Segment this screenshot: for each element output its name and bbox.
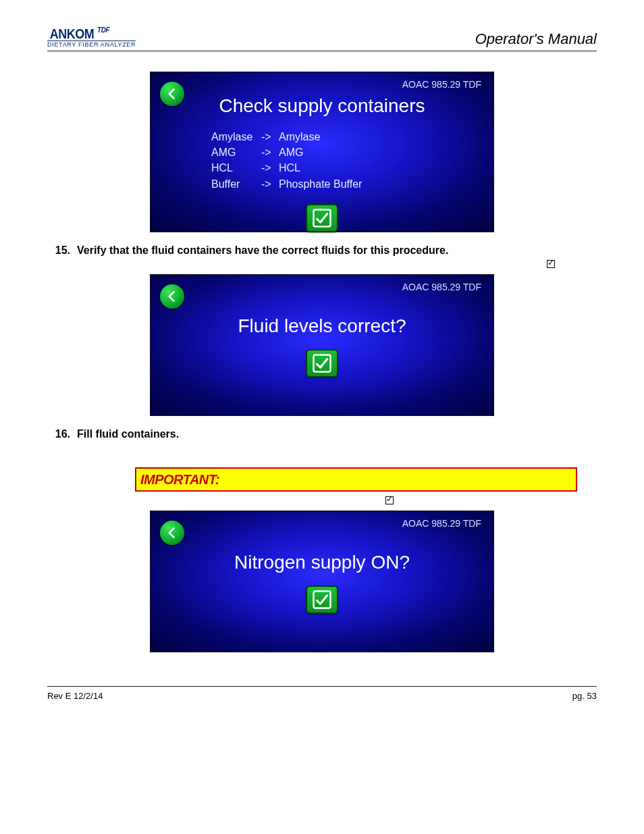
device-screen-supply: AOAC 985.29 TDF Check supply containers …	[150, 72, 494, 232]
supply-list: Amylase->Amylase AMG->AMG HCL->HCL Buffe…	[211, 129, 493, 192]
checkbox-marker	[47, 496, 597, 506]
step-text: Verify that the fluid containers have th…	[77, 244, 448, 257]
back-button[interactable]	[160, 284, 184, 309]
page-number: pg. 53	[572, 691, 597, 701]
checked-box-icon	[547, 260, 555, 268]
list-item: Amylase->Amylase	[211, 129, 493, 145]
page-footer: Rev E 12/2/14 pg. 53	[47, 686, 597, 701]
list-item: Buffer->Phosphate Buffer	[211, 176, 493, 192]
aoac-label: AOAC 985.29 TDF	[402, 282, 481, 292]
device-screen-nitrogen: AOAC 985.29 TDF Nitrogen supply ON?	[150, 511, 494, 652]
screen-title: Fluid levels correct?	[151, 315, 493, 337]
screen-title: Check supply containers	[151, 95, 493, 117]
checkmark-icon	[312, 353, 332, 373]
step-16: 16. Fill fluid containers.	[54, 428, 597, 440]
screen-title: Nitrogen supply ON?	[151, 552, 493, 573]
brand-logo: ANKOM TDF DIETARY FIBER ANALYZER	[47, 27, 136, 48]
step-number: 16.	[54, 428, 70, 440]
back-button[interactable]	[160, 82, 184, 106]
svg-rect-1	[314, 355, 331, 372]
confirm-button[interactable]	[306, 204, 338, 232]
important-label: IMPORTANT:	[140, 472, 219, 488]
arrow-left-icon	[165, 526, 179, 540]
checked-box-icon	[385, 496, 394, 504]
checkmark-icon	[312, 208, 332, 228]
checkmark-icon	[312, 590, 332, 610]
revision-text: Rev E 12/2/14	[47, 691, 103, 701]
svg-rect-2	[314, 592, 331, 608]
device-screen-fluid-levels: AOAC 985.29 TDF Fluid levels correct?	[150, 274, 494, 416]
brand-main: ANKOM	[50, 27, 95, 41]
confirm-button[interactable]	[306, 349, 338, 377]
step-15: 15. Verify that the fluid containers hav…	[54, 244, 597, 257]
page-header: ANKOM TDF DIETARY FIBER ANALYZER Operato…	[47, 27, 597, 51]
manual-title: Operator's Manual	[475, 30, 597, 48]
svg-rect-0	[314, 209, 331, 226]
step-number: 15.	[54, 244, 70, 257]
aoac-label: AOAC 985.29 TDF	[402, 79, 481, 90]
brand-superscript: TDF	[97, 27, 109, 34]
checkbox-marker	[47, 259, 597, 270]
back-button[interactable]	[160, 521, 184, 545]
brand-subtitle: DIETARY FIBER ANALYZER	[47, 41, 136, 48]
step-text: Fill fluid containers.	[77, 428, 179, 440]
arrow-left-icon	[165, 290, 179, 303]
important-banner: IMPORTANT:	[135, 467, 577, 492]
arrow-left-icon	[165, 87, 179, 101]
confirm-button[interactable]	[306, 585, 338, 614]
list-item: HCL->HCL	[211, 160, 493, 176]
list-item: AMG->AMG	[211, 145, 493, 160]
aoac-label: AOAC 985.29 TDF	[402, 518, 481, 529]
